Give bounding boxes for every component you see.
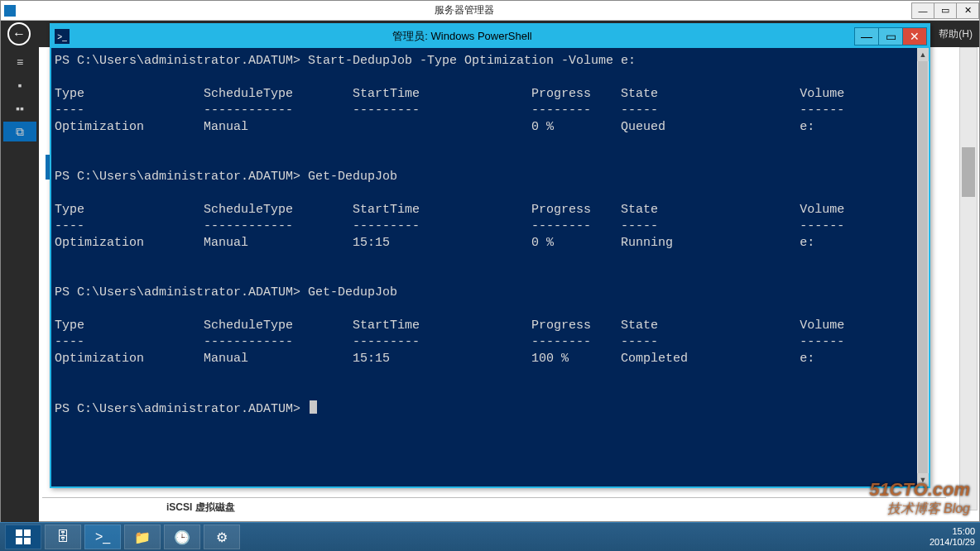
watermark: 51CTO.com 技术博客 Blog [869,479,970,518]
iscsi-panel-header: iSCSI 虚拟磁盘 [166,501,235,515]
powershell-console[interactable]: PS C:\Users\administrator.ADATUM> Start-… [51,48,917,486]
server-manager-close-button[interactable]: ✕ [956,2,979,19]
powershell-titlebar[interactable]: >_ 管理员: Windows PowerShell — ▭ ✕ [51,25,929,48]
cursor [310,400,317,414]
taskbar: 🗄 >_ 📁 🕒 ⚙ 15:00 2014/10/29 [0,522,980,551]
svg-rect-3 [24,538,31,544]
taskbar-clock[interactable]: 15:00 2014/10/29 [930,526,975,548]
scroll-up-button[interactable]: ▲ [917,48,929,61]
watermark-line2: 技术博客 Blog [869,501,970,518]
help-menu[interactable]: 帮助(H) [939,27,973,41]
taskbar-time: 15:00 [930,526,975,537]
taskbar-powershell[interactable]: >_ [84,525,121,549]
server-manager-min-button[interactable]: — [911,2,934,19]
powershell-title: 管理员: Windows PowerShell [70,29,855,44]
server-manager-sidebar: ≡ ▪ ▪▪ ⧉ [1,47,39,522]
back-button[interactable]: ← [7,22,31,46]
powershell-scrollbar-thumb[interactable] [918,61,928,473]
taskbar-other[interactable]: ⚙ [204,525,240,549]
sidebar-item-file-services[interactable]: ⧉ [3,122,36,141]
watermark-line1: 51CTO.com [869,479,970,501]
scrollbar-thumb[interactable] [962,147,975,197]
start-button[interactable] [5,525,41,549]
sidebar-item-all[interactable]: ▪▪ [3,98,36,118]
sidebar-item-dashboard[interactable]: ≡ [3,52,36,72]
server-manager-title: 服务器管理器 [16,3,912,17]
powershell-scrollbar[interactable]: ▲ ▼ [917,48,929,486]
sidebar-item-local[interactable]: ▪ [3,75,36,95]
taskbar-server-manager[interactable]: 🗄 [45,525,81,549]
powershell-min-button[interactable]: — [854,27,879,46]
panel-divider [42,497,946,498]
server-manager-icon [4,5,16,17]
svg-rect-2 [16,538,22,544]
server-manager-titlebar: 服务器管理器 — ▭ ✕ [1,1,979,21]
taskbar-explorer[interactable]: 📁 [124,525,161,549]
powershell-window: >_ 管理员: Windows PowerShell — ▭ ✕ PS C:\U… [50,23,930,488]
taskbar-clock-app[interactable]: 🕒 [164,525,200,549]
server-manager-scrollbar[interactable] [959,47,978,510]
svg-rect-0 [16,529,22,536]
server-manager-max-button[interactable]: ▭ [934,2,957,19]
svg-rect-1 [24,529,31,536]
powershell-icon: >_ [55,29,70,44]
taskbar-date: 2014/10/29 [930,537,975,548]
powershell-max-button[interactable]: ▭ [878,27,903,46]
powershell-close-button[interactable]: ✕ [902,27,927,46]
